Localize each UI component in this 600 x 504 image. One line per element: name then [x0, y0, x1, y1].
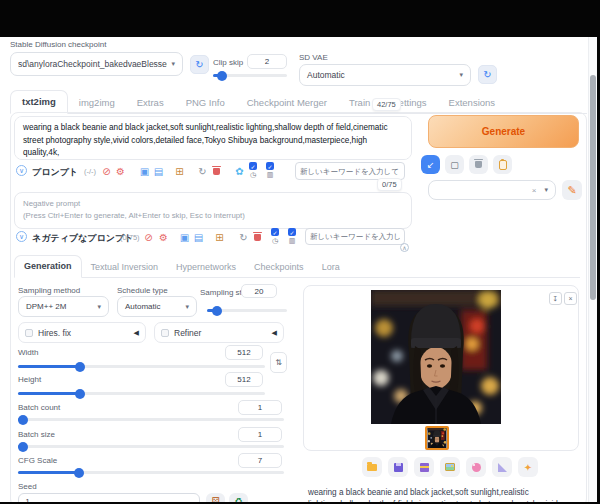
- translate-icon[interactable]: ⊘: [100, 165, 113, 178]
- checkbox-checked-icon: ✓: [288, 228, 296, 236]
- tab-textual-inversion[interactable]: Textual Inversion: [82, 257, 168, 278]
- negative-prompt-textarea[interactable]: [14, 192, 412, 229]
- height-slider[interactable]: [18, 392, 265, 395]
- prompt-textarea[interactable]: wearing a black beanie and black jacket,…: [14, 116, 412, 160]
- clip-skip-value[interactable]: 2: [247, 54, 287, 69]
- save-image-button[interactable]: [388, 457, 408, 477]
- tab-lora[interactable]: Lora: [313, 257, 349, 278]
- paste-params-button[interactable]: ↙: [421, 155, 440, 174]
- page-scrollbar-thumb[interactable]: [590, 75, 596, 300]
- random-seed-button[interactable]: ⚄: [206, 493, 225, 502]
- history-icon[interactable]: ↻: [237, 231, 250, 244]
- sampling-steps-slider[interactable]: [207, 309, 287, 312]
- refiner-section[interactable]: Refiner ◀: [154, 322, 284, 343]
- delete-icon[interactable]: [210, 165, 223, 178]
- sd-vae-dropdown[interactable]: Automatic ▾: [299, 64, 471, 86]
- generate-button[interactable]: Generate: [428, 115, 579, 148]
- chevron-down-icon: ∨: [19, 233, 24, 241]
- trash-icon: [475, 161, 482, 168]
- send-to-inpaint-button[interactable]: [466, 457, 486, 477]
- download-image-button[interactable]: ↧: [549, 292, 562, 305]
- delete-icon[interactable]: [251, 231, 264, 244]
- apply-styles-button[interactable]: [493, 155, 512, 174]
- width-value[interactable]: 512: [225, 345, 263, 360]
- cards-icon[interactable]: ⊞: [213, 231, 226, 244]
- checkbox-checked-icon: ✓: [249, 162, 257, 170]
- tab-checkpoints[interactable]: Checkpoints: [245, 257, 313, 278]
- open-folder-button[interactable]: [362, 457, 382, 477]
- swap-icon: ⇅: [275, 358, 282, 367]
- translate-icon[interactable]: ⊘: [142, 231, 155, 244]
- save-icon[interactable]: ▤: [152, 165, 165, 178]
- batch-count-value[interactable]: 1: [238, 400, 282, 415]
- clip-skip-slider[interactable]: [213, 74, 287, 77]
- seed-input[interactable]: [18, 493, 200, 502]
- tab-png-info[interactable]: PNG Info: [175, 92, 236, 114]
- save-icon[interactable]: ▤: [192, 231, 205, 244]
- prompt-collapse-button[interactable]: ∨: [16, 165, 27, 176]
- styles-dropdown[interactable]: × ▾: [428, 180, 556, 200]
- dictionary-toggle[interactable]: ✓ ▥: [288, 228, 296, 244]
- tab-img2img[interactable]: img2img: [68, 92, 126, 114]
- close-preview-button[interactable]: ×: [564, 292, 577, 305]
- send-to-img2img-button[interactable]: [440, 457, 460, 477]
- tab-txt2img[interactable]: txt2img: [10, 90, 68, 114]
- tab-extras[interactable]: Extras: [126, 92, 175, 114]
- checkpoint-dropdown[interactable]: sd\anyloraCheckpoint_bakedvaeBlessedFp16…: [10, 52, 183, 76]
- generated-image[interactable]: [371, 290, 501, 424]
- panel-collapse-up-button[interactable]: ∧: [400, 243, 409, 252]
- sampling-steps-value[interactable]: 20: [241, 284, 277, 298]
- hires-fix-section[interactable]: Hires. fix ◀: [18, 322, 146, 343]
- copy-icon[interactable]: ▣: [138, 165, 151, 178]
- flower-icon[interactable]: ✿: [233, 165, 246, 178]
- send-to-extras-button[interactable]: [492, 457, 512, 477]
- sd-vae-refresh-button[interactable]: ↻: [478, 65, 497, 84]
- sampling-method-dropdown[interactable]: DPM++ 2M ▾: [18, 296, 109, 317]
- edit-styles-button[interactable]: ✎: [562, 180, 582, 200]
- hires-fix-label: Hires. fix: [38, 328, 71, 338]
- hires-fix-checkbox[interactable]: [25, 329, 33, 337]
- book-icon: ▥: [267, 171, 274, 178]
- height-value[interactable]: 512: [225, 372, 263, 387]
- batch-size-value[interactable]: 1: [238, 427, 282, 442]
- caret-down-icon: ▾: [544, 186, 548, 194]
- save-zip-button[interactable]: [414, 457, 434, 477]
- reuse-seed-button[interactable]: ♻: [229, 493, 248, 502]
- tab-hypernetworks[interactable]: Hypernetworks: [167, 257, 245, 278]
- dictionary-toggle[interactable]: ✓ ▥: [266, 162, 274, 178]
- upscale-button[interactable]: ✦: [518, 457, 538, 477]
- collapse-left-icon[interactable]: ◀: [134, 329, 139, 337]
- clipboard-icon: [499, 160, 507, 170]
- batch-size-slider[interactable]: [18, 445, 284, 448]
- result-gallery-card: ↧ ×: [303, 285, 579, 451]
- clear-styles-icon[interactable]: ×: [532, 186, 537, 195]
- negative-collapse-button[interactable]: ∨: [16, 231, 27, 242]
- history-icon[interactable]: ↻: [196, 165, 209, 178]
- settings-icon[interactable]: ⚙: [114, 165, 127, 178]
- negative-keyword-input[interactable]: [305, 228, 405, 245]
- tab-checkpoint-merger[interactable]: Checkpoint Merger: [236, 92, 338, 114]
- cfg-scale-value[interactable]: 7: [238, 453, 282, 468]
- swap-dimensions-button[interactable]: ⇅: [270, 352, 287, 373]
- cards-icon[interactable]: ⊞: [173, 165, 186, 178]
- tab-generation[interactable]: Generation: [14, 255, 82, 278]
- clear-prompt-button[interactable]: [469, 155, 488, 174]
- gallery-thumbnail[interactable]: [425, 426, 449, 450]
- auto-translate-toggle[interactable]: ✓ ◷: [249, 162, 257, 178]
- pencil-icon: ✎: [567, 184, 576, 197]
- refiner-checkbox[interactable]: [161, 329, 169, 337]
- settings-icon[interactable]: ⚙: [157, 231, 170, 244]
- sampling-method-value: DPM++ 2M: [26, 302, 66, 311]
- schedule-type-dropdown[interactable]: Automatic ▾: [117, 296, 197, 317]
- width-slider[interactable]: [18, 365, 265, 368]
- batch-count-slider[interactable]: [18, 418, 284, 421]
- collapse-left-icon[interactable]: ◀: [272, 329, 277, 337]
- sd-vae-value: Automatic: [307, 70, 345, 80]
- tab-extensions[interactable]: Extensions: [438, 92, 506, 114]
- auto-translate-toggle[interactable]: ✓ ◷: [271, 228, 279, 244]
- extra-networks-button[interactable]: ▢: [445, 155, 464, 174]
- cfg-scale-slider[interactable]: [18, 471, 284, 474]
- copy-icon[interactable]: ▣: [178, 231, 191, 244]
- checkpoint-refresh-button[interactable]: ↻: [190, 55, 209, 74]
- book-icon: ▥: [289, 237, 296, 244]
